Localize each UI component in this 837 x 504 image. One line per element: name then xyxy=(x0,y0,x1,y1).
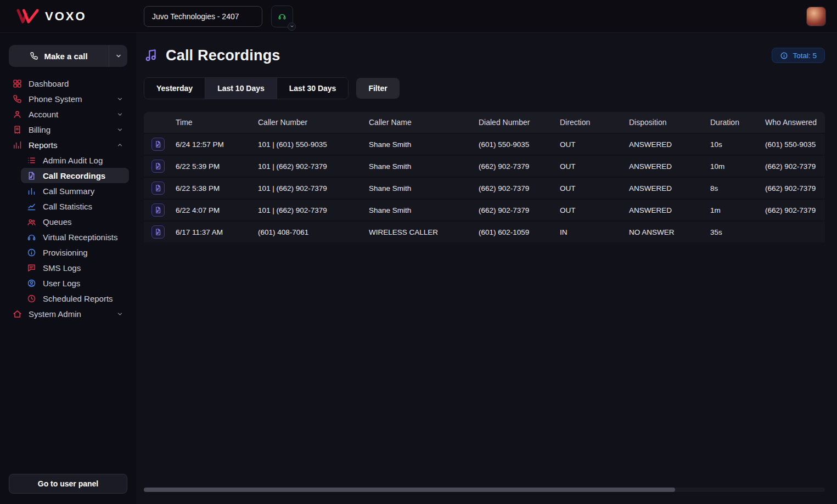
make-call-button[interactable]: Make a call xyxy=(9,45,109,67)
sidebar-item-label: Phone System xyxy=(29,94,82,104)
recording-file-button[interactable] xyxy=(151,138,165,151)
main-content: Call Recordings Total: 5 YesterdayLast 1… xyxy=(136,33,837,504)
sidebar-item-provisioning[interactable]: Provisioning xyxy=(21,245,129,260)
table-row: 6/17 11:37 AM(601) 408-7061WIRELESS CALL… xyxy=(144,220,825,242)
tab-last-10-days[interactable]: Last 10 Days xyxy=(205,78,277,99)
table-cell: Shane Smith xyxy=(369,162,479,171)
sidebar-item-user-logs[interactable]: User Logs xyxy=(21,275,129,291)
sms-logs-icon xyxy=(26,263,36,273)
sidebar: Make a call DashboardPhone SystemAccount… xyxy=(0,33,136,504)
table-cell: 6/22 4:07 PM xyxy=(176,206,258,214)
column-header-dialed-number: Dialed Number xyxy=(479,118,560,127)
chevron-down-icon xyxy=(115,53,122,59)
table-cell: (662) 902-7379 xyxy=(479,206,560,214)
phone-system-icon xyxy=(12,94,22,104)
headset-button[interactable] xyxy=(271,5,293,27)
sidebar-item-call-statistics[interactable]: Call Statistics xyxy=(21,199,129,214)
tab-yesterday[interactable]: Yesterday xyxy=(144,78,205,99)
table-cell: OUT xyxy=(560,140,629,149)
sidebar-item-label: Provisioning xyxy=(43,248,88,257)
date-range-tabs: YesterdayLast 10 DaysLast 30 Days xyxy=(144,77,349,99)
provisioning-icon xyxy=(26,247,36,257)
sidebar-item-phone-system[interactable]: Phone System xyxy=(7,91,129,106)
tab-last-30-days[interactable]: Last 30 Days xyxy=(277,78,349,99)
logo-text: VOXO xyxy=(45,9,87,24)
sidebar-item-label: Admin Audit Log xyxy=(43,156,103,165)
sidebar-item-label: Dashboard xyxy=(29,79,69,88)
voxo-logo-icon xyxy=(16,8,40,24)
org-selector-value: Juvo Technologies - 2407 xyxy=(152,12,239,21)
filter-button[interactable]: Filter xyxy=(356,78,399,99)
sidebar-item-sms-logs[interactable]: SMS Logs xyxy=(21,260,129,275)
recording-icon-cell xyxy=(144,138,176,151)
call-statistics-icon xyxy=(26,201,36,211)
topbar: VOXO Juvo Technologies - 2407 xyxy=(0,0,837,33)
make-call-label: Make a call xyxy=(44,52,87,61)
recording-file-button[interactable] xyxy=(151,203,165,217)
sidebar-item-call-summary[interactable]: Call Summary xyxy=(21,183,129,199)
app-window: VOXO Juvo Technologies - 2407 Make a cal… xyxy=(0,0,837,504)
sidebar-item-label: Virtual Receptionists xyxy=(43,233,117,242)
scheduled-reports-icon xyxy=(26,293,36,303)
sidebar-item-reports[interactable]: Reports xyxy=(7,137,129,152)
sidebar-item-call-recordings[interactable]: Call Recordings xyxy=(21,168,129,183)
file-audio-icon xyxy=(154,206,162,214)
sidebar-item-queues[interactable]: Queues xyxy=(21,214,129,229)
recording-file-button[interactable] xyxy=(151,182,165,195)
table-cell: 35s xyxy=(710,228,765,236)
table-cell: 1m xyxy=(710,206,765,214)
avatar[interactable] xyxy=(806,7,826,26)
table-cell: (662) 902-7379 xyxy=(765,162,825,171)
page-title: Call Recordings xyxy=(166,47,280,64)
table-cell: 6/17 11:37 AM xyxy=(176,228,258,236)
table-cell: (601) 550-9035 xyxy=(765,140,825,149)
org-selector[interactable]: Juvo Technologies - 2407 xyxy=(144,6,262,27)
sidebar-item-dashboard[interactable]: Dashboard xyxy=(7,76,129,91)
table-cell: ANSWERED xyxy=(629,206,710,214)
table-cell: 101 | (662) 902-7379 xyxy=(258,184,369,192)
table-row: 6/22 5:39 PM101 | (662) 902-7379Shane Sm… xyxy=(144,155,825,177)
sidebar-item-billing[interactable]: Billing xyxy=(7,122,129,137)
column-header-disposition: Disposition xyxy=(629,118,710,127)
table-cell: (662) 902-7379 xyxy=(479,162,560,171)
system-admin-icon xyxy=(12,309,22,319)
table-cell: 6/22 5:38 PM xyxy=(176,184,258,192)
table-cell: (601) 602-1059 xyxy=(479,228,560,236)
sidebar-item-admin-audit-log[interactable]: Admin Audit Log xyxy=(21,152,129,168)
chevron-down-icon xyxy=(116,126,123,133)
column-header-who-answered: Who Answered xyxy=(765,118,825,127)
table-row: 6/22 4:07 PM101 | (662) 902-7379Shane Sm… xyxy=(144,199,825,220)
horizontal-scrollbar-thumb[interactable] xyxy=(144,488,675,492)
phone-icon xyxy=(30,52,38,60)
recording-file-button[interactable] xyxy=(151,225,165,239)
table-cell: OUT xyxy=(560,162,629,171)
table-cell: WIRELESS CALLER xyxy=(369,228,479,236)
recording-icon-cell xyxy=(144,225,176,239)
make-call-dropdown-button[interactable] xyxy=(109,45,127,67)
go-to-user-panel-button[interactable]: Go to user panel xyxy=(9,474,127,494)
sidebar-item-label: Call Summary xyxy=(43,186,94,196)
sidebar-item-label: System Admin xyxy=(29,309,81,319)
file-audio-icon xyxy=(154,228,162,236)
sidebar-item-system-admin[interactable]: System Admin xyxy=(7,306,129,321)
table-cell: ANSWERED xyxy=(629,140,710,149)
sidebar-item-label: Account xyxy=(29,110,58,119)
table-cell: OUT xyxy=(560,184,629,192)
virtual-receptionists-icon xyxy=(26,232,36,242)
sidebar-item-virtual-receptionists[interactable]: Virtual Receptionists xyxy=(21,229,129,245)
horizontal-scrollbar-track[interactable] xyxy=(144,488,825,492)
recording-file-button[interactable] xyxy=(151,160,165,173)
sidebar-item-account[interactable]: Account xyxy=(7,106,129,122)
sidebar-item-label: SMS Logs xyxy=(43,263,81,273)
chevron-down-icon xyxy=(116,111,123,118)
table-cell: Shane Smith xyxy=(369,206,479,214)
sidebar-item-scheduled-reports[interactable]: Scheduled Reports xyxy=(21,291,129,306)
column-header-time: Time xyxy=(176,118,258,127)
table-row: 6/22 5:38 PM101 | (662) 902-7379Shane Sm… xyxy=(144,177,825,199)
table-cell: 6/24 12:57 PM xyxy=(176,140,258,149)
music-note-icon xyxy=(144,48,158,63)
billing-icon xyxy=(12,124,22,134)
recording-icon-cell xyxy=(144,182,176,195)
headset-chevron-badge[interactable] xyxy=(288,22,296,31)
sidebar-item-label: Reports xyxy=(29,140,58,150)
